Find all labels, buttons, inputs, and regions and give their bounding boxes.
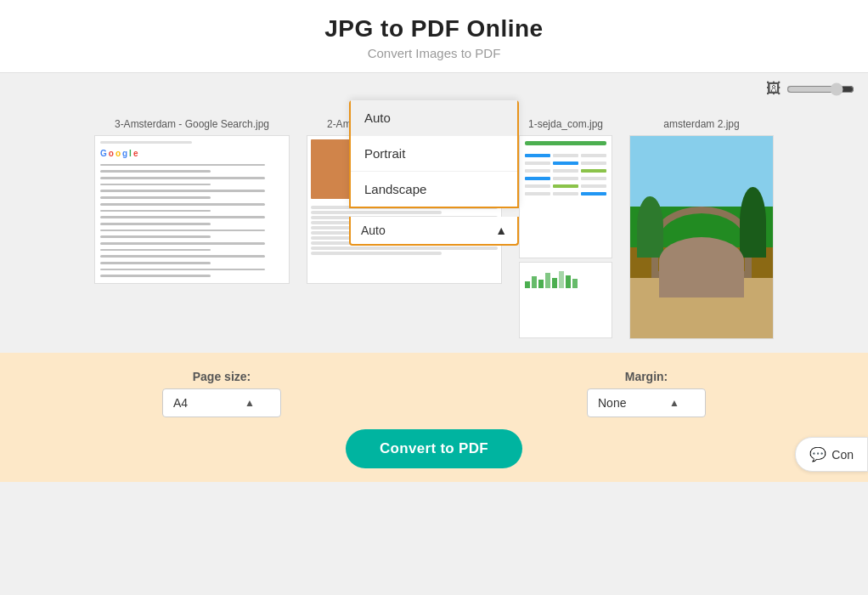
margin-dropdown[interactable]: None ▲ <box>587 388 706 417</box>
image-thumbnail-2[interactable] <box>519 262 612 338</box>
orientation-dropdown-container: Auto Portrait Landscape Auto ▲ <box>349 217 519 246</box>
margin-label: Margin: <box>625 370 668 383</box>
image-label: 3-Amsterdam - Google Search.jpg <box>115 118 269 130</box>
image-card: amsterdam 2.jpg <box>629 118 774 339</box>
orientation-option-landscape[interactable]: Landscape <box>351 172 517 207</box>
orientation-option-auto[interactable]: Auto <box>351 100 517 136</box>
contact-label: Con <box>831 448 854 462</box>
zoom-slider[interactable] <box>786 82 854 96</box>
orientation-options-list: Auto Portrait Landscape <box>349 100 519 208</box>
page-size-dropdown[interactable]: A4 ▲ <box>162 388 281 417</box>
image-thumbnail[interactable] <box>629 135 774 339</box>
page-size-group: Page size: A4 ▲ <box>162 370 281 417</box>
image-card: 1-sejda_com.jpg <box>519 118 612 338</box>
page-size-value: A4 <box>173 396 188 410</box>
image-label: amsterdam 2.jpg <box>663 118 739 130</box>
margin-group: Margin: None ▲ <box>587 370 706 417</box>
orientation-selected-value: Auto <box>361 224 386 237</box>
header: JPG to PDF Online Convert Images to PDF <box>0 0 868 73</box>
page-subtitle: Convert Images to PDF <box>0 46 868 60</box>
chat-icon: 💬 <box>809 446 826 462</box>
contact-button[interactable]: 💬 Con <box>795 437 868 472</box>
convert-button[interactable]: Convert to PDF <box>346 429 522 468</box>
image-label: 1-sejda_com.jpg <box>528 118 603 130</box>
page-size-label: Page size: <box>193 370 251 383</box>
orientation-arrow-icon: ▲ <box>495 224 507 237</box>
zoom-icon: 🖼 <box>766 80 781 98</box>
margin-value: None <box>598 396 626 410</box>
page-title: JPG to PDF Online <box>0 15 868 42</box>
image-thumbnail[interactable]: Google <box>94 135 290 284</box>
controls-row: Page size: A4 ▲ Margin: None ▲ <box>34 370 834 417</box>
image-card: 3-Amsterdam - Google Search.jpg Google <box>94 118 290 284</box>
bottom-area: Auto Portrait Landscape Auto ▲ Page size… <box>0 353 868 482</box>
image-thumbnail[interactable] <box>519 135 612 258</box>
page-size-arrow-icon: ▲ <box>245 397 255 409</box>
margin-arrow-icon: ▲ <box>669 397 679 409</box>
orientation-trigger[interactable]: Auto ▲ <box>349 217 519 246</box>
orientation-option-portrait[interactable]: Portrait <box>351 136 517 172</box>
